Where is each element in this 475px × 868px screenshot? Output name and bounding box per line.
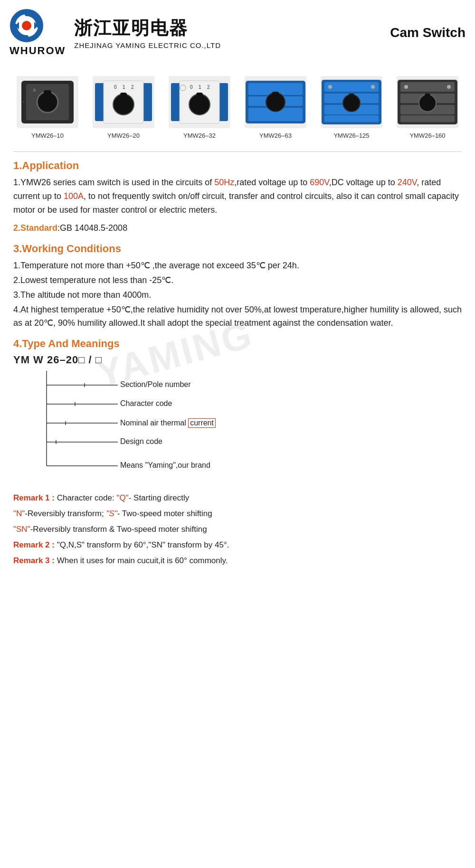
switch-illustration-63 (245, 78, 306, 126)
svg-point-48 (404, 85, 408, 89)
svg-rect-26 (196, 93, 203, 106)
bracket-label-4: Design code (120, 437, 162, 446)
bracket-label-1: Section/Pole number (120, 380, 191, 389)
remark-1-sn-label: "SN" (13, 525, 30, 534)
remark-1-n-line: "N"-Reversibly transform; "S"- Two-speed… (13, 507, 462, 521)
svg-text:0: 0 (190, 85, 193, 90)
switch-illustration-20: 0 1 2 (95, 78, 152, 126)
svg-point-40 (371, 85, 375, 89)
svg-rect-35 (324, 82, 379, 92)
product-image-ymw26-32: 0 1 2 (169, 76, 230, 128)
application-heading: 1.Application (13, 160, 462, 172)
svg-text:1: 1 (123, 85, 125, 90)
product-image-ymw26-63 (245, 76, 306, 128)
standard-paragraph: 2.Standard:GB 14048.5-2008 (13, 221, 462, 235)
svg-rect-47 (400, 115, 455, 122)
remark-1-sn-desc: -Reversibly transform & Two-speed moter … (30, 525, 207, 534)
remark-1-q-label: "Q" (116, 493, 128, 502)
svg-rect-18 (120, 93, 127, 106)
product-label-ymw26-63: YMW26–63 (259, 132, 292, 139)
product-label-ymw26-32: YMW26–32 (183, 132, 216, 139)
page-header: WHUROW 浙江亚明电器 ZHEJINAG YAMING ELECTRIC C… (0, 0, 475, 62)
svg-rect-11 (95, 83, 104, 121)
product-label-ymw26-125: YMW26–125 (333, 132, 369, 139)
working-item-2: 2.Lowest temperature not less than -25℃. (13, 274, 462, 287)
remark-2-text: "Q,N,S" transform by 60°,"SN" transform … (57, 540, 229, 549)
product-title: Cam Switch (390, 25, 466, 40)
app-volt: 690V (310, 178, 329, 187)
app-freq: 50Hz (214, 178, 234, 187)
switch-illustration-10: 0 - (19, 78, 76, 126)
app-text-1: 1.YMW26 series cam switch is used in the… (13, 178, 214, 187)
svg-text:1: 1 (199, 85, 201, 90)
divider-1 (13, 151, 462, 152)
product-item-ymw26-63: YMW26–63 (245, 76, 306, 139)
remarks-section: Remark 1 : Character code: "Q"- Starting… (13, 491, 462, 567)
working-item-1: 1.Temperature not more than +50℃ ,the av… (13, 259, 462, 273)
svg-rect-38 (324, 115, 379, 122)
product-images-row: 0 - YMW26–10 0 1 2 YMW26–20 (0, 66, 475, 139)
svg-rect-33 (272, 92, 279, 104)
application-paragraph: 1.YMW26 series cam switch is used in the… (13, 176, 462, 217)
bracket-label-3: Nominal air thermal current (120, 418, 216, 428)
svg-rect-19 (171, 83, 180, 121)
app-text-2: ,rated voltage up to (234, 178, 310, 187)
switch-illustration-160 (397, 78, 458, 126)
remark-1-s-desc: - Two-speed moter shifting (117, 509, 212, 518)
svg-text:2: 2 (207, 85, 210, 90)
standard-heading: 2.Standard (13, 223, 57, 233)
svg-point-4 (22, 21, 31, 30)
remark-2-prefix: Remark 2 : (13, 540, 57, 549)
main-content: 1.Application 1.YMW26 series cam switch … (0, 139, 475, 579)
remark-3-text: When it uses for main cucuit,it is 60° c… (57, 556, 228, 565)
svg-text:2: 2 (131, 85, 134, 90)
product-image-ymw26-10: 0 - (17, 76, 78, 128)
remark-1-sn-line: "SN"-Reversibly transform & Two-speed mo… (13, 523, 462, 537)
type-formula: YM W 26–20□ / □ (13, 354, 462, 366)
svg-rect-8 (44, 90, 51, 104)
remark-1-line: Remark 1 : Character code: "Q"- Starting… (13, 491, 462, 505)
app-text-3: ,DC voltage up to (329, 178, 398, 187)
svg-point-39 (328, 85, 332, 89)
remark-1-prefix: Remark 1 : (13, 493, 57, 502)
svg-point-49 (447, 85, 451, 89)
product-item-ymw26-160: YMW26–160 (397, 76, 458, 139)
switch-illustration-32: 0 1 2 (171, 78, 228, 126)
company-name-area: 浙江亚明电器 ZHEJINAG YAMING ELECTRIC CO.,LTD (74, 16, 371, 49)
svg-rect-44 (400, 82, 455, 92)
app-current: 100A (64, 191, 84, 201)
bracket-label-2: Character code (120, 399, 172, 408)
product-image-ymw26-20: 0 1 2 (93, 76, 154, 128)
app-dc: 240V (398, 178, 417, 187)
product-label-ymw26-10: YMW26–10 (31, 132, 64, 139)
working-item-3: 3.The altitude not more than 4000m. (13, 288, 462, 302)
product-item-ymw26-20: 0 1 2 YMW26–20 (93, 76, 154, 139)
svg-rect-51 (425, 94, 430, 104)
working-item-4: 4.At highest temperatue +50℃,the relativ… (13, 303, 462, 330)
standard-value: :GB 14048.5-2008 (57, 223, 127, 233)
product-item-ymw26-10: 0 - YMW26–10 (17, 76, 78, 139)
svg-text:0: 0 (114, 85, 117, 90)
remark-1-text: Character code: (57, 493, 117, 502)
type-heading: 4.Type And Meanings (13, 338, 462, 350)
product-item-ymw26-32: 0 1 2 YMW26–32 (169, 76, 230, 139)
product-label-ymw26-160: YMW26–160 (409, 132, 445, 139)
brand-name: WHUROW (10, 45, 66, 57)
company-english-name: ZHEJINAG YAMING ELECTRIC CO.,LTD (74, 41, 371, 49)
switch-illustration-125 (321, 78, 382, 126)
remark-2-line: Remark 2 : "Q,N,S" transform by 60°,"SN"… (13, 538, 462, 552)
remark-3-line: Remark 3 : When it uses for main cucuit,… (13, 554, 462, 568)
svg-text:0: 0 (33, 88, 36, 93)
svg-rect-42 (349, 94, 354, 104)
current-box: current (188, 418, 216, 428)
remark-3-prefix: Remark 3 : (13, 556, 57, 565)
svg-rect-12 (142, 83, 152, 121)
working-conditions-list: 1.Temperature not more than +50℃ ,the av… (13, 259, 462, 330)
remark-1-n-desc: -Reversibly transform; (25, 509, 106, 518)
company-chinese-name: 浙江亚明电器 (74, 16, 371, 40)
bracket-label-5: Means "Yaming",our brand (120, 461, 210, 470)
product-label-ymw26-20: YMW26–20 (107, 132, 140, 139)
svg-point-27 (180, 85, 186, 91)
product-item-ymw26-125: YMW26–125 (321, 76, 382, 139)
company-logo (10, 9, 44, 43)
